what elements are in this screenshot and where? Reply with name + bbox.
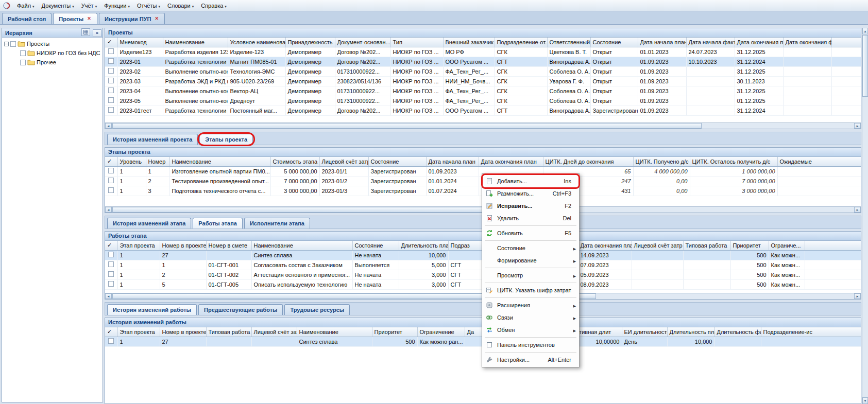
- context-menu-item[interactable]: Размножить...Ctrl+F3: [483, 187, 578, 200]
- subtab[interactable]: Исполнители этапа: [244, 218, 310, 229]
- row-checkbox[interactable]: [108, 58, 114, 64]
- row-checkbox[interactable]: [108, 68, 114, 74]
- column-header[interactable]: Лицевой счёт затрат.: [319, 157, 368, 166]
- subtab[interactable]: Работы этапа: [193, 218, 243, 229]
- tree-item[interactable]: Проекты: [2, 39, 103, 48]
- scroll-up-icon[interactable]: [862, 28, 868, 34]
- main-tab[interactable]: Проекты: [53, 13, 97, 24]
- column-header[interactable]: Типовая работа: [206, 327, 251, 337]
- context-menu-item[interactable]: Состояние: [483, 242, 578, 254]
- menubar-item[interactable]: Функции: [100, 2, 133, 10]
- scroll-right-icon[interactable]: [854, 207, 861, 213]
- column-header[interactable]: Наименование: [251, 241, 352, 250]
- context-menu-item[interactable]: Расширения: [483, 299, 578, 311]
- table-row[interactable]: Изделие123Разработка изделия 123Изделие-…: [105, 47, 861, 57]
- row-checkbox[interactable]: [108, 338, 114, 344]
- scrollbar-thumb[interactable]: [862, 35, 868, 97]
- column-header[interactable]: Состояние: [352, 241, 399, 250]
- subtab[interactable]: Этапы проекта: [199, 134, 253, 145]
- row-checkbox[interactable]: [108, 252, 114, 257]
- scroll-left-icon[interactable]: [105, 123, 112, 129]
- subtab[interactable]: История изменений проекта: [107, 134, 198, 145]
- column-header[interactable]: ✓: [105, 157, 117, 166]
- column-header[interactable]: Ограничение: [417, 327, 465, 337]
- column-header[interactable]: Дата начала план: [426, 157, 479, 166]
- context-menu-item[interactable]: Просмотр: [483, 269, 578, 282]
- context-menu-item[interactable]: ОбновитьF5: [483, 227, 578, 239]
- column-header[interactable]: ✓: [105, 241, 117, 250]
- column-header[interactable]: Этап проекта: [117, 241, 160, 250]
- row-checkbox[interactable]: [108, 168, 114, 173]
- hierarchy-grid-button[interactable]: [81, 28, 90, 36]
- column-header[interactable]: [805, 241, 861, 250]
- subtab[interactable]: Предшествующие работы: [198, 304, 283, 315]
- column-header[interactable]: Состояние: [590, 38, 638, 47]
- column-header[interactable]: Принадлежность: [285, 38, 335, 47]
- column-header[interactable]: Лицевой счёт затр: [251, 327, 297, 337]
- column-header[interactable]: Дата окончания план: [578, 241, 632, 250]
- column-header[interactable]: Дата окончания план: [479, 157, 543, 166]
- context-menu-item[interactable]: Обмен: [483, 324, 578, 336]
- row-checkbox[interactable]: [108, 107, 114, 113]
- collapse-sidebar-button[interactable]: [93, 29, 101, 37]
- column-header[interactable]: ЦИТК. Осталось получить д/с: [690, 157, 777, 166]
- row-checkbox[interactable]: [108, 261, 114, 267]
- subtab[interactable]: История изменений этапа: [107, 218, 191, 229]
- scrollbar-track[interactable]: [536, 207, 854, 213]
- close-tab-icon[interactable]: [154, 16, 159, 22]
- scroll-right-icon[interactable]: [854, 293, 861, 299]
- row-checkbox[interactable]: [108, 78, 114, 83]
- column-header[interactable]: Ответственный: [547, 38, 590, 47]
- column-header[interactable]: Номер в проекте: [160, 327, 206, 337]
- column-header[interactable]: Тип: [390, 38, 443, 47]
- column-header[interactable]: Приоритет: [730, 241, 769, 250]
- menubar-item[interactable]: Документы: [38, 2, 78, 10]
- column-header[interactable]: Дата начала план.: [638, 38, 686, 47]
- scrollbar-track[interactable]: [702, 123, 854, 129]
- column-header[interactable]: Номер в проекте: [160, 241, 206, 250]
- scroll-left-icon[interactable]: [105, 293, 112, 299]
- row-checkbox[interactable]: [108, 97, 114, 103]
- row-checkbox[interactable]: [108, 178, 114, 183]
- column-header[interactable]: Этап проекта: [117, 327, 160, 337]
- collapse-node-icon[interactable]: [4, 42, 9, 46]
- column-header[interactable]: Длительность фак: [714, 327, 761, 337]
- tree-checkbox[interactable]: [20, 60, 26, 65]
- column-header[interactable]: Наименование: [169, 157, 270, 166]
- context-menu-item[interactable]: ЦИТК. Указать шифр затрат...: [483, 284, 578, 296]
- context-menu-item[interactable]: УдалитьDel: [483, 212, 578, 224]
- column-header[interactable]: Дата начала факт.: [686, 38, 735, 47]
- tree-checkbox[interactable]: [10, 41, 16, 47]
- column-header[interactable]: Состояние: [368, 157, 426, 166]
- column-header[interactable]: Подразделение-от...: [495, 38, 547, 47]
- table-row[interactable]: 2023-01Разработка технологии и...Магнит …: [105, 57, 861, 66]
- menubar-item[interactable]: Справка: [197, 2, 230, 10]
- subtab[interactable]: История изменений работы: [107, 304, 197, 315]
- column-header[interactable]: Лицевой счёт затр: [632, 241, 683, 250]
- table-row[interactable]: 2023-04Выполнение опытно-конс...Вектор-А…: [105, 86, 861, 96]
- close-tab-icon[interactable]: [87, 16, 92, 22]
- column-header[interactable]: Наименование: [297, 327, 372, 337]
- column-header[interactable]: ✓: [105, 327, 117, 337]
- column-header[interactable]: ЦИТК. Дней до окончания: [543, 157, 633, 166]
- column-header[interactable]: ЕИ длительности: [622, 327, 667, 337]
- tree-checkbox[interactable]: [20, 50, 26, 56]
- row-checkbox[interactable]: [108, 271, 114, 277]
- context-menu-item[interactable]: Формирование: [483, 254, 578, 267]
- subtab[interactable]: Трудовые ресурсы: [284, 304, 350, 315]
- column-header[interactable]: Ограниче...: [769, 241, 805, 250]
- tree-item[interactable]: НИОКР по ГОЗ без НДС: [2, 48, 103, 58]
- row-checkbox[interactable]: [108, 281, 114, 287]
- context-menu-item[interactable]: Панель инструментов: [483, 339, 578, 351]
- menubar-item[interactable]: Учёт: [78, 2, 100, 10]
- column-header[interactable]: ✓: [105, 38, 117, 47]
- scrollbar-track[interactable]: [597, 293, 854, 299]
- column-header[interactable]: Наименование: [163, 38, 228, 47]
- column-header[interactable]: Номер: [146, 157, 169, 166]
- tree-item[interactable]: Прочее: [2, 58, 103, 67]
- column-header[interactable]: Длительность пла: [667, 327, 714, 337]
- column-header[interactable]: [831, 38, 861, 47]
- column-header[interactable]: Мнемокод: [117, 38, 163, 47]
- column-header[interactable]: Номер в смете: [206, 241, 251, 250]
- context-menu-item[interactable]: Связи: [483, 311, 578, 324]
